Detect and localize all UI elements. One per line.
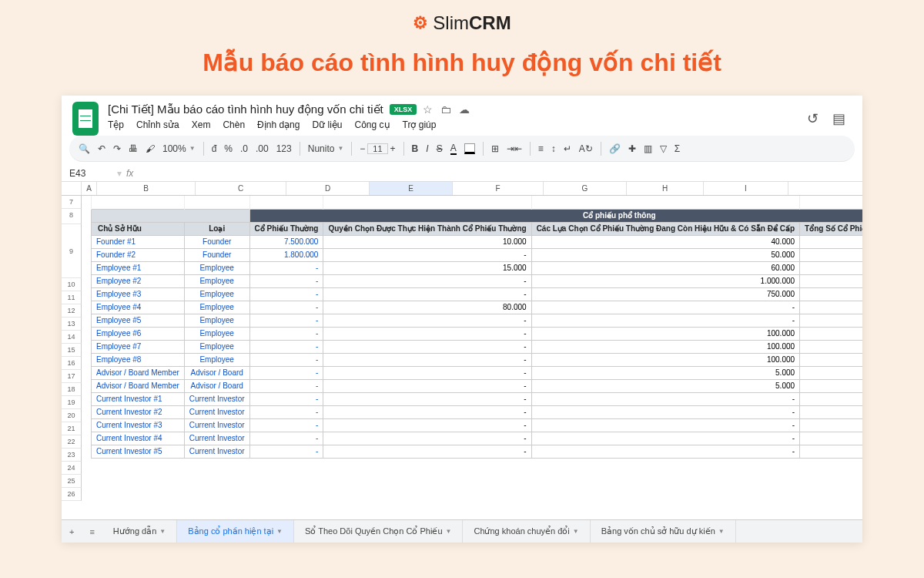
table-row[interactable]: Employee #8Employee--100.000100.0000,8%: [82, 353, 862, 366]
col-G[interactable]: G: [544, 182, 627, 195]
percent-icon[interactable]: %: [224, 143, 233, 154]
col-I[interactable]: I: [704, 182, 788, 195]
col-A[interactable]: A: [82, 182, 97, 195]
currency-icon[interactable]: đ: [212, 143, 217, 154]
halign-icon[interactable]: ≡: [538, 143, 544, 154]
table-row[interactable]: Employee #3Employee--750.000750.0006,4%: [82, 287, 862, 301]
sheets-window: [Chi Tiết] Mẫu báo cáo tình hình huy độn…: [62, 96, 862, 543]
formula-bar: E43 ▾ fx: [62, 165, 862, 182]
gear-icon: ⚙: [413, 13, 428, 33]
print-icon[interactable]: 🖶: [129, 143, 138, 154]
sheets-doc-icon[interactable]: [72, 102, 99, 136]
col-B[interactable]: B: [97, 182, 196, 195]
doc-title[interactable]: [Chi Tiết] Mẫu báo cáo tình hình huy độn…: [108, 102, 383, 116]
grid[interactable]: ABCDEFGHI 789101112131415161718192021222…: [62, 182, 862, 513]
fill-color-icon[interactable]: [464, 143, 475, 154]
sheet-tab[interactable]: Sổ Theo Dõi Quyền Chọn Cổ Phiếu ▼: [294, 520, 463, 543]
col-E[interactable]: E: [370, 182, 453, 195]
move-folder-icon[interactable]: 🗀: [440, 103, 451, 116]
table-row[interactable]: Current Investor #4Current Investor----0…: [82, 432, 862, 445]
table-row[interactable]: Current Investor #2Current Investor----0…: [82, 405, 862, 418]
menu-bar: TệpChỉnh sửaXemChènĐịnh dạngDữ liệuCông …: [108, 116, 807, 135]
chart-icon[interactable]: ▥: [644, 143, 652, 154]
col-D[interactable]: D: [286, 182, 370, 195]
table-row[interactable]: Employee #6Employee--100.000100.0000,8%: [82, 327, 862, 340]
menu-xem[interactable]: Xem: [192, 119, 211, 130]
bold-icon[interactable]: B: [412, 143, 419, 154]
table-row[interactable]: Employee #5Employee----0,0%: [82, 314, 862, 327]
filter-icon[interactable]: ▽: [660, 143, 667, 154]
history-icon[interactable]: ↺: [807, 110, 819, 127]
merge-icon[interactable]: ⇥⇤: [507, 143, 522, 154]
font-size[interactable]: −11+: [360, 143, 395, 154]
search-icon[interactable]: 🔍: [79, 143, 90, 154]
menu-chèn[interactable]: Chèn: [223, 119, 245, 130]
table-row[interactable]: Current Investor #3Current Investor----0…: [82, 418, 862, 432]
italic-icon[interactable]: I: [426, 143, 428, 154]
all-sheets-button[interactable]: ≡: [82, 527, 102, 536]
table-row[interactable]: Employee #1Employee-15.00060.00075.0000,…: [82, 261, 862, 274]
sheet-tab[interactable]: Chứng khoán chuyển đổi ▼: [463, 520, 590, 543]
rotate-icon[interactable]: A↻: [579, 143, 593, 154]
col-H[interactable]: H: [627, 182, 704, 195]
slimcrm-logo: ⚙ SlimCRM: [0, 0, 924, 40]
sheet-tab[interactable]: Hướng dẫn ▼: [102, 520, 177, 543]
sheet-tabs: + ≡ Hướng dẫn ▼Bảng cổ phần hiện tại ▼Sổ…: [62, 519, 862, 543]
functions-icon[interactable]: Σ: [675, 143, 680, 154]
menu-định dạng[interactable]: Định dạng: [257, 119, 300, 130]
text-color-icon[interactable]: A: [450, 143, 457, 155]
table-row[interactable]: Employee #7Employee--100.000100.0000,8%: [82, 340, 862, 353]
xlsx-badge: XLSX: [390, 104, 417, 115]
add-sheet-button[interactable]: +: [62, 527, 82, 536]
wrap-icon[interactable]: ↵: [564, 143, 571, 154]
menu-tệp[interactable]: Tệp: [108, 119, 124, 130]
decrease-decimal-icon[interactable]: .0: [240, 143, 248, 154]
menu-công cụ[interactable]: Công cụ: [354, 119, 390, 130]
table-row[interactable]: Current Investor #5Current Investor----0…: [82, 445, 862, 458]
table-row[interactable]: Founder #2Founder1.800.000-50.0001.850.0…: [82, 248, 862, 261]
fx-icon: fx: [126, 168, 133, 179]
redo-icon[interactable]: ↷: [113, 143, 121, 154]
table-row[interactable]: Current Investor #1Current Investor----0…: [82, 392, 862, 405]
col-C[interactable]: C: [196, 182, 286, 195]
menu-dữ liệu[interactable]: Dữ liệu: [312, 119, 342, 130]
paint-format-icon[interactable]: 🖌: [146, 143, 155, 154]
menu-chỉnh sửa[interactable]: Chỉnh sửa: [136, 119, 179, 130]
table-row[interactable]: Advisor / Board MemberAdvisor / Board--5…: [82, 366, 862, 379]
sheet-tab[interactable]: Bảng vốn chủ sở hữu dự kiến ▼: [591, 520, 736, 543]
sheet-tab[interactable]: Bảng cổ phần hiện tại ▼: [177, 520, 294, 543]
star-icon[interactable]: ☆: [423, 103, 433, 116]
table-row[interactable]: Advisor / Board MemberAdvisor / Board--5…: [82, 379, 862, 392]
page-title: Mẫu báo cáo tình hình huy động vốn chi t…: [0, 48, 924, 77]
table-row[interactable]: Founder #1Founder7.500.00010.00040.0007.…: [82, 235, 862, 248]
name-box[interactable]: E43: [69, 168, 112, 179]
table-row[interactable]: Employee #2Employee--1.000.0001.000.0008…: [82, 274, 862, 287]
cloud-status-icon: ☁: [459, 103, 470, 116]
font-select[interactable]: Nunito ▼: [308, 143, 344, 154]
menu-trợ giúp[interactable]: Trợ giúp: [403, 119, 437, 130]
borders-icon[interactable]: ⊞: [491, 143, 499, 154]
table-row[interactable]: Employee #4Employee-80.000-80.0000,7%: [82, 301, 862, 314]
undo-icon[interactable]: ↶: [98, 143, 105, 154]
zoom-select[interactable]: 100% ▼: [162, 143, 196, 154]
increase-decimal-icon[interactable]: .00: [256, 143, 269, 154]
comments-icon[interactable]: ▤: [832, 110, 845, 127]
valign-icon[interactable]: ↕: [551, 143, 556, 154]
comment-icon[interactable]: ✚: [628, 143, 636, 154]
more-formats-icon[interactable]: 123: [276, 143, 292, 154]
link-icon[interactable]: 🔗: [609, 143, 621, 154]
toolbar: 🔍 ↶ ↷ 🖶 🖌 100% ▼ đ % .0 .00 123 Nunito ▼…: [69, 136, 855, 162]
strikethrough-icon[interactable]: S: [437, 143, 443, 154]
col-F[interactable]: F: [453, 182, 544, 195]
